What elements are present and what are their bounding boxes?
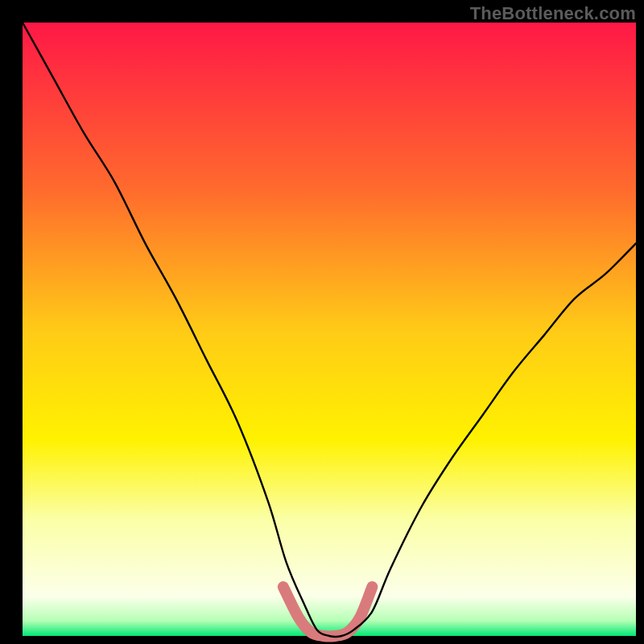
bottleneck-chart-svg	[0, 0, 644, 644]
watermark-text: TheBottleneck.com	[470, 3, 636, 24]
plot-area-gradient	[23, 23, 636, 636]
chart-container: TheBottleneck.com	[0, 0, 644, 644]
